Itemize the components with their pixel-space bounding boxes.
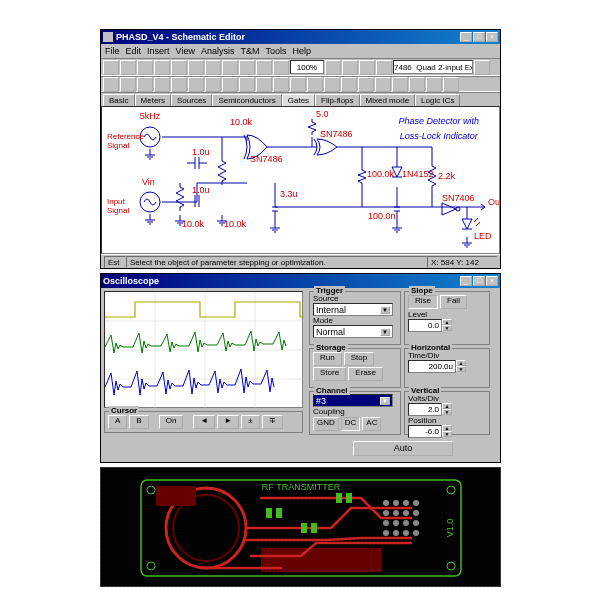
comp-text-icon[interactable] — [392, 77, 408, 92]
comp-transistor-icon[interactable] — [171, 77, 187, 92]
osc-titlebar[interactable]: Oscilloscope _ □ × — [101, 274, 500, 288]
tab-flipflops[interactable]: Flip-flops — [315, 94, 359, 106]
menu-view[interactable]: View — [176, 46, 195, 56]
position-input[interactable] — [408, 425, 442, 438]
spin-down-icon[interactable]: ▼ — [442, 325, 452, 331]
coupling-gnd-button[interactable]: GND — [313, 417, 339, 431]
tool-more-icon[interactable] — [474, 60, 490, 75]
menu-insert[interactable]: Insert — [147, 46, 170, 56]
time-div-spin[interactable]: ▲▼ — [408, 360, 486, 373]
cursor-on-button[interactable]: On — [159, 415, 184, 429]
pcb-layout-view[interactable]: RF TRANSMITTER V1.0 — [100, 467, 501, 587]
tab-meters[interactable]: Meters — [135, 94, 171, 106]
tool-open-icon[interactable] — [120, 60, 136, 75]
tab-mixed[interactable]: Mixed mode — [360, 94, 416, 106]
osc-minimize-button[interactable]: _ — [460, 276, 472, 286]
trigger-mode-combo[interactable]: Normal▼ — [313, 325, 393, 338]
level-spin[interactable]: ▲▼ — [408, 319, 486, 332]
comp-gate-not-icon[interactable] — [256, 77, 272, 92]
tool-copy-icon[interactable] — [188, 60, 204, 75]
titlebar[interactable]: PHASD_V4 - Schematic Editor _ □ × — [101, 30, 500, 44]
comp-junction-icon[interactable] — [375, 77, 391, 92]
tool-new-icon[interactable] — [103, 60, 119, 75]
cursor-prev-button[interactable]: ± — [241, 415, 259, 429]
tool-paste-icon[interactable] — [205, 60, 221, 75]
spin-down-icon[interactable]: ▼ — [456, 366, 466, 372]
tab-gates[interactable]: Gates — [282, 94, 315, 106]
zoom-input[interactable] — [290, 60, 324, 74]
tool-move-icon[interactable] — [376, 60, 392, 75]
tool-zoom-dropdown-icon[interactable] — [325, 60, 341, 75]
volts-div-input[interactable] — [408, 403, 442, 416]
osc-maximize-button[interactable]: □ — [473, 276, 485, 286]
close-button[interactable]: × — [486, 32, 498, 42]
tab-semiconductors[interactable]: Semiconductors — [212, 94, 281, 106]
comp-inductor-icon[interactable] — [137, 77, 153, 92]
tab-sources[interactable]: Sources — [171, 94, 212, 106]
channel-combo[interactable]: #3▼ — [313, 394, 393, 407]
cursor-a-button[interactable]: A — [108, 415, 127, 429]
comp-capacitor-icon[interactable] — [120, 77, 136, 92]
cursor-b-button[interactable]: B — [129, 415, 148, 429]
minimize-button[interactable]: _ — [460, 32, 472, 42]
volts-div-label: Volts/Div — [408, 394, 486, 403]
tool-grid-icon[interactable] — [359, 60, 375, 75]
comp-scope-icon[interactable] — [443, 77, 459, 92]
scope-display[interactable] — [104, 291, 303, 408]
tab-basic[interactable]: Basic — [103, 94, 135, 106]
tool-undo-icon[interactable] — [222, 60, 238, 75]
comp-source-icon[interactable] — [205, 77, 221, 92]
comp-gate-nor-icon[interactable] — [307, 77, 323, 92]
auto-button[interactable]: Auto — [353, 441, 453, 456]
coupling-dc-button[interactable]: DC — [341, 417, 361, 431]
erase-button[interactable]: Erase — [348, 367, 383, 381]
coupling-ac-button[interactable]: AC — [362, 417, 381, 431]
tool-close-icon[interactable] — [154, 60, 170, 75]
tool-redo-icon[interactable] — [239, 60, 255, 75]
run-button[interactable]: Run — [313, 352, 342, 366]
spin-down-icon[interactable]: ▼ — [442, 431, 452, 437]
comp-ground-icon[interactable] — [188, 77, 204, 92]
osc-close-button[interactable]: × — [486, 276, 498, 286]
schematic-canvas[interactable]: Phase Detector withLoss-Lock Indicator R… — [101, 106, 500, 254]
store-button[interactable]: Store — [313, 367, 346, 381]
comp-diode-icon[interactable] — [154, 77, 170, 92]
level-input[interactable] — [408, 319, 442, 332]
stop-button[interactable]: Stop — [344, 352, 374, 366]
slope-rise-button[interactable]: Rise — [408, 295, 438, 309]
menu-file[interactable]: File — [105, 46, 120, 56]
menu-help[interactable]: Help — [292, 46, 311, 56]
comp-meter-icon[interactable] — [426, 77, 442, 92]
comp-ic-icon[interactable] — [341, 77, 357, 92]
comp-gate-xor-icon[interactable] — [273, 77, 289, 92]
comp-gate-and-icon[interactable] — [222, 77, 238, 92]
slope-fall-button[interactable]: Fall — [440, 295, 467, 309]
spin-down-icon[interactable]: ▼ — [442, 409, 452, 415]
comp-gate-buffer-icon[interactable] — [324, 77, 340, 92]
cursor-right-button[interactable]: ► — [217, 415, 239, 429]
comp-gate-or-icon[interactable] — [239, 77, 255, 92]
tab-logic-ics[interactable]: Logic ICs — [415, 94, 460, 106]
comp-resistor-icon[interactable] — [103, 77, 119, 92]
cursor-next-button[interactable]: ∓ — [262, 415, 283, 429]
menu-edit[interactable]: Edit — [126, 46, 142, 56]
tool-zoom-out-icon[interactable] — [273, 60, 289, 75]
maximize-button[interactable]: □ — [473, 32, 485, 42]
tool-cut-icon[interactable] — [171, 60, 187, 75]
volts-div-spin[interactable]: ▲▼ — [408, 403, 486, 416]
tool-zoom-in-icon[interactable] — [256, 60, 272, 75]
cursor-left-button[interactable]: ◄ — [193, 415, 215, 429]
tool-save-icon[interactable] — [137, 60, 153, 75]
trigger-source-combo[interactable]: Internal▼ — [313, 303, 393, 316]
component-select[interactable] — [393, 60, 473, 74]
menu-analysis[interactable]: Analysis — [201, 46, 235, 56]
menu-tm[interactable]: T&M — [240, 46, 259, 56]
comp-probe-icon[interactable] — [409, 77, 425, 92]
menubar: File Edit Insert View Analysis T&M Tools… — [101, 44, 500, 58]
menu-tools[interactable]: Tools — [265, 46, 286, 56]
comp-gate-nand-icon[interactable] — [290, 77, 306, 92]
tool-select-icon[interactable] — [342, 60, 358, 75]
comp-wire-icon[interactable] — [358, 77, 374, 92]
time-div-input[interactable] — [408, 360, 456, 373]
position-spin[interactable]: ▲▼ — [408, 425, 486, 438]
